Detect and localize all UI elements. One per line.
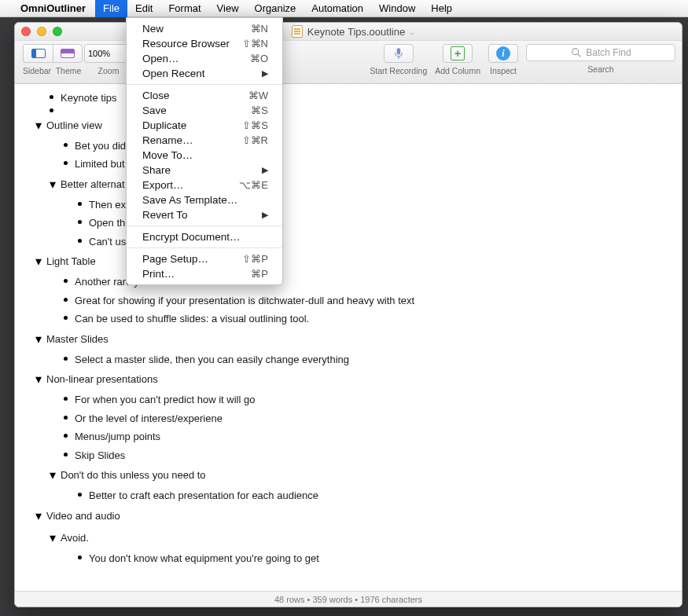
menu-item[interactable]: Encrypt Document…	[127, 229, 282, 244]
disclosure-triangle-icon[interactable]: ▾	[35, 330, 42, 349]
bullet-icon	[64, 397, 68, 401]
menu-file[interactable]: File	[95, 0, 127, 17]
outline-row[interactable]: Bet you didn't	[18, 137, 679, 156]
minimize-window-button[interactable]	[37, 27, 46, 36]
outline-text[interactable]: Better alternat	[61, 177, 125, 192]
outline-text[interactable]: Non-linear presentations	[46, 372, 158, 387]
search-label: Search	[587, 64, 613, 74]
add-column-button[interactable]: +	[443, 44, 473, 63]
menu-item[interactable]: Share▶	[127, 163, 282, 178]
outline-text[interactable]: Master Slides	[46, 332, 109, 347]
menu-item-label: Move To…	[142, 149, 193, 161]
menu-item[interactable]: Duplicate⇧⌘S	[127, 118, 282, 133]
outline-text[interactable]: Don't do this unless you need to	[61, 468, 206, 483]
bullet-icon	[78, 239, 82, 243]
menu-item[interactable]: Move To…	[127, 148, 282, 163]
outline-text[interactable]: Better to craft each presentation for ea…	[89, 488, 318, 504]
app-menu[interactable]: OmniOutliner	[20, 2, 86, 14]
outline-row[interactable]: ▾Non-linear presentations	[18, 368, 679, 390]
outline-row[interactable]: Can't use O n't recognise it	[18, 233, 679, 251]
menu-item-label: Open Recent	[142, 68, 205, 79]
disclosure-triangle-icon[interactable]: ▾	[35, 370, 42, 389]
document-title: Keynote Tips.ooutline	[307, 26, 405, 38]
menu-item[interactable]: Save As Template…	[127, 192, 282, 207]
outline-row[interactable]: Select a master slide, then you can easi…	[18, 350, 679, 369]
start-recording-button[interactable]	[384, 44, 414, 63]
outline-text[interactable]: Keynote tips	[61, 90, 117, 106]
outline-row[interactable]: Great for showing if your presentation i…	[18, 292, 679, 310]
outline-row[interactable]: ▾Better alternat	[18, 174, 679, 196]
outline-text[interactable]: Skip Slides	[75, 448, 125, 464]
outline-text[interactable]: Select a master slide, then you can easi…	[75, 352, 349, 368]
menu-item[interactable]: Export…⌥⌘E	[127, 178, 282, 192]
menu-item[interactable]: Rename…⇧⌘R	[127, 133, 282, 148]
menu-automation[interactable]: Automation	[304, 0, 371, 17]
menu-item-label: Share	[142, 164, 171, 176]
outline-row[interactable]: You don't know what equipment you're goi…	[18, 549, 679, 568]
title-chevron-icon[interactable]: ⌵	[410, 28, 414, 36]
menu-view[interactable]: View	[209, 0, 247, 17]
menu-organize[interactable]: Organize	[247, 0, 304, 17]
menu-item[interactable]: Open…⌘O	[127, 51, 282, 66]
search-input[interactable]: Batch Find	[526, 44, 675, 61]
outline-row[interactable]: ▾Avoid.	[18, 527, 679, 549]
outline-row[interactable]: Menus/jump points	[18, 427, 679, 446]
outline-row[interactable]: Then expor	[18, 196, 679, 214]
outline-text[interactable]: Video and audio	[46, 508, 120, 524]
outline-row[interactable]: ▾Video and audio	[18, 505, 679, 527]
disclosure-triangle-icon[interactable]: ▾	[35, 252, 42, 271]
outline-row[interactable]: Another rarely-used view	[18, 273, 679, 292]
outline-row[interactable]: Limited but us	[18, 155, 679, 174]
outline-text[interactable]: Or the level of interest/experiene	[75, 411, 223, 427]
menu-item[interactable]: Save⌘S	[127, 103, 282, 118]
zoom-window-button[interactable]	[53, 27, 62, 36]
titlebar[interactable]: Keynote Tips.ooutline ⌵	[15, 23, 682, 41]
bullet-icon	[64, 416, 68, 420]
outline-text[interactable]: For when you can't predict how it will g…	[75, 392, 255, 408]
outline-row[interactable]: Open the P	[18, 214, 679, 233]
menu-item[interactable]: Close⌘W	[127, 88, 282, 103]
menu-item-label: Close	[142, 90, 170, 101]
menu-format[interactable]: Format	[160, 0, 208, 17]
outline-row[interactable]	[18, 108, 679, 115]
menu-item[interactable]: Open Recent▶	[127, 66, 282, 81]
inspect-label: Inspect	[490, 66, 517, 75]
menu-item[interactable]: Resource Browser⇧⌘N	[127, 36, 282, 51]
menu-item[interactable]: Print…⌘P	[127, 266, 282, 281]
outline-row[interactable]: Or the level of interest/experiene	[18, 409, 679, 428]
inspect-button[interactable]: i	[488, 44, 518, 63]
outline-row[interactable]: ▾Light Table	[18, 251, 679, 273]
outline-row[interactable]: Can be used to shuffle slides: a visual …	[18, 310, 679, 328]
theme-button[interactable]	[53, 44, 83, 63]
menu-window[interactable]: Window	[371, 0, 423, 17]
outline-text[interactable]: Outline view	[46, 118, 102, 134]
outline-row[interactable]: For when you can't predict how it will g…	[18, 390, 679, 409]
submenu-arrow-icon: ▶	[262, 210, 268, 220]
outline-text[interactable]: Can be used to shuffle slides: a visual …	[75, 311, 309, 327]
disclosure-triangle-icon[interactable]: ▾	[50, 466, 56, 485]
outline-row[interactable]: ▾Don't do this unless you need to	[18, 464, 679, 486]
disclosure-triangle-icon[interactable]: ▾	[50, 175, 56, 194]
disclosure-triangle-icon[interactable]: ▾	[35, 116, 42, 135]
outline-row[interactable]: ▾Outline view	[18, 115, 679, 137]
outline-text[interactable]: Menus/jump points	[75, 429, 160, 445]
outline-row[interactable]: Skip Slides	[18, 446, 679, 465]
outline-row[interactable]: ▾Master Slides	[18, 328, 679, 350]
close-window-button[interactable]	[21, 27, 31, 36]
outline-text[interactable]: Great for showing if your presentation i…	[75, 293, 414, 309]
menu-item[interactable]: Page Setup…⇧⌘P	[127, 251, 282, 266]
menu-item[interactable]: New⌘N	[127, 21, 282, 36]
outline-content[interactable]: Keynote tips▾Outline viewBet you didn'tL…	[15, 84, 682, 591]
menu-separator	[127, 84, 282, 85]
disclosure-triangle-icon[interactable]: ▾	[35, 507, 42, 526]
menu-item[interactable]: Revert To▶	[127, 207, 282, 222]
outline-row[interactable]: Keynote tips	[18, 89, 679, 108]
outline-row[interactable]: Better to craft each presentation for ea…	[18, 486, 679, 505]
sidebar-toggle-button[interactable]	[23, 44, 53, 63]
outline-text[interactable]: Avoid.	[61, 530, 89, 546]
menu-edit[interactable]: Edit	[127, 0, 160, 17]
disclosure-triangle-icon[interactable]: ▾	[50, 529, 56, 548]
menu-help[interactable]: Help	[423, 0, 460, 17]
outline-text[interactable]: Light Table	[46, 254, 96, 270]
outline-text[interactable]: You don't know what equipment you're goi…	[89, 551, 319, 566]
